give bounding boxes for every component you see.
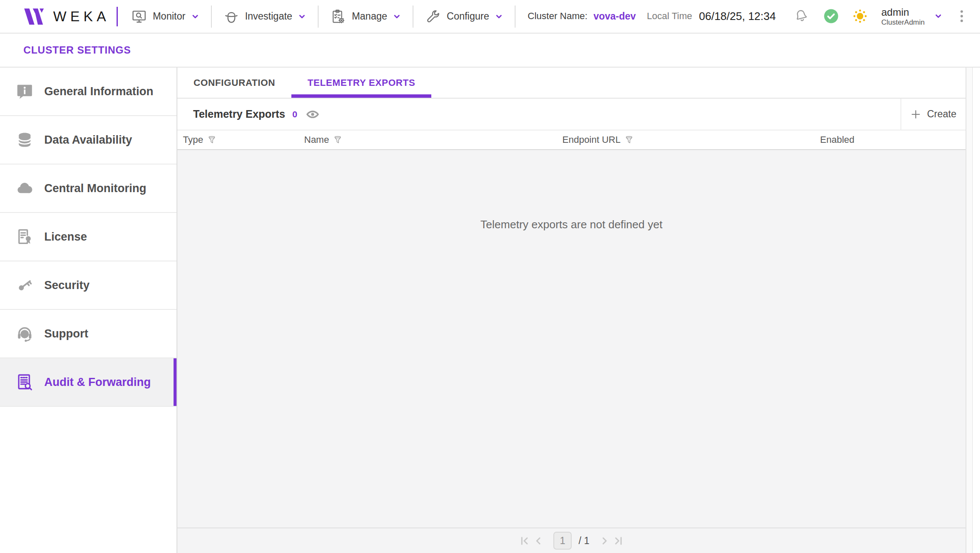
top-navigation-bar: WEKA Monitor [0,0,980,34]
pagination-current-page[interactable]: 1 [553,532,572,550]
brand-text: WEKA [53,9,110,25]
chevron-down-icon [393,12,401,21]
body: General Information Data Availability [0,68,980,553]
menu-configure[interactable]: Configure [413,0,515,33]
headset-icon [15,324,34,343]
cluster-health-ok-icon[interactable] [823,9,839,24]
info-bubble-icon [15,82,34,101]
pagination-last-page-icon[interactable] [613,535,624,547]
chevron-down-icon [298,12,306,21]
weka-logo[interactable]: WEKA [23,8,110,26]
cloud-icon [15,179,34,198]
empty-state-message: Telemetry exports are not defined yet [481,218,663,231]
database-icon [15,130,34,149]
column-label: Enabled [820,134,855,145]
menu-label: Manage [352,11,387,22]
manage-clipboard-icon [330,9,346,25]
filter-icon[interactable] [624,135,634,145]
pagination-total-pages: / 1 [578,535,590,547]
menu-label: Monitor [153,11,185,22]
column-label: Name [304,134,329,145]
menu-label: Configure [447,11,489,22]
weka-logo-icon [23,8,45,26]
sidebar-item-label: License [44,230,87,244]
table-empty-state: Telemetry exports are not defined yet [177,150,966,527]
pagination-bar: 1 / 1 [177,527,966,553]
user-chevron-down-icon[interactable] [934,12,943,20]
sidebar-item-label: Audit & Forwarding [44,376,151,389]
column-header-name: Name [304,134,562,145]
create-button-label: Create [927,108,956,120]
menu-divider [515,6,516,28]
key-icon [15,276,34,295]
local-time-label: Local Time [647,11,692,22]
sidebar-item-label: General Information [44,85,154,98]
user-name: admin [881,6,925,18]
sidebar-item-general-information[interactable]: General Information [0,68,177,116]
pagination-first-page-icon[interactable] [518,535,530,547]
cluster-name-label: Cluster Name: [528,11,588,22]
local-time-value: 06/18/25, 12:34 [699,10,776,23]
app-window: WEKA Monitor [0,0,980,553]
right-gutter [966,68,980,553]
sidebar-item-audit-forwarding[interactable]: Audit & Forwarding [0,358,177,407]
configure-wrench-icon [425,9,441,25]
column-header-type: Type [177,134,304,145]
sidebar-item-central-monitoring[interactable]: Central Monitoring [0,164,177,213]
table-header-row: Type Name [177,130,966,150]
theme-sun-icon[interactable] [852,9,868,24]
main-content: CONFIGURATION TELEMETRY EXPORTS Telemetr… [177,68,966,553]
kebab-menu-icon[interactable] [955,9,968,23]
pagination-previous-page-icon[interactable] [533,535,544,547]
table-title: Telemetry Exports [193,108,285,120]
column-header-endpoint-url: Endpoint URL [562,134,820,145]
sidebar-item-license[interactable]: License [0,213,177,261]
tab-configuration[interactable]: CONFIGURATION [177,68,291,98]
table-toolbar: Telemetry Exports 0 Create [177,99,966,130]
filter-icon[interactable] [333,135,342,145]
cluster-name-value[interactable]: vova-dev [593,11,636,22]
tabs-bar: CONFIGURATION TELEMETRY EXPORTS [177,68,966,99]
page-title-band: CLUSTER SETTINGS [0,34,980,68]
menu-label: Investigate [245,11,292,22]
vertical-scrollbar[interactable] [966,68,973,553]
filter-icon[interactable] [207,135,217,145]
chevron-down-icon [191,12,199,21]
sidebar-item-label: Security [44,279,90,292]
monitor-search-icon [131,9,147,25]
column-label: Type [183,134,203,145]
sidebar-item-data-availability[interactable]: Data Availability [0,116,177,164]
sidebar-item-label: Central Monitoring [44,182,146,195]
pagination-next-page-icon[interactable] [599,535,610,547]
row-count-badge: 0 [292,109,297,119]
sidebar-item-label: Data Availability [44,133,132,147]
tab-telemetry-exports[interactable]: TELEMETRY EXPORTS [291,68,431,98]
license-seal-icon [15,227,34,246]
chevron-down-icon [495,12,503,21]
menu-monitor[interactable]: Monitor [120,0,211,33]
logo-divider [117,7,118,26]
notifications-bell-icon[interactable] [792,7,811,26]
topbar-right-cluster: Cluster Name: vova-dev Local Time 06/18/… [528,6,980,26]
settings-sidebar: General Information Data Availability [0,68,177,553]
menu-investigate[interactable]: Investigate [212,0,318,33]
column-header-enabled: Enabled [820,134,966,145]
menu-manage[interactable]: Manage [319,0,413,33]
eye-visibility-icon[interactable] [306,108,319,121]
user-menu[interactable]: admin ClusterAdmin [881,6,925,26]
sidebar-item-label: Support [44,327,88,340]
investigate-icon [223,9,239,25]
user-role: ClusterAdmin [881,18,925,27]
main-menu: Monitor Investigate [120,0,516,33]
sidebar-item-security[interactable]: Security [0,261,177,310]
plus-icon [910,109,921,120]
page-title: CLUSTER SETTINGS [23,44,131,56]
sidebar-item-support[interactable]: Support [0,310,177,358]
column-label: Endpoint URL [562,134,621,145]
audit-document-icon [15,373,34,391]
create-button[interactable]: Create [900,99,966,130]
